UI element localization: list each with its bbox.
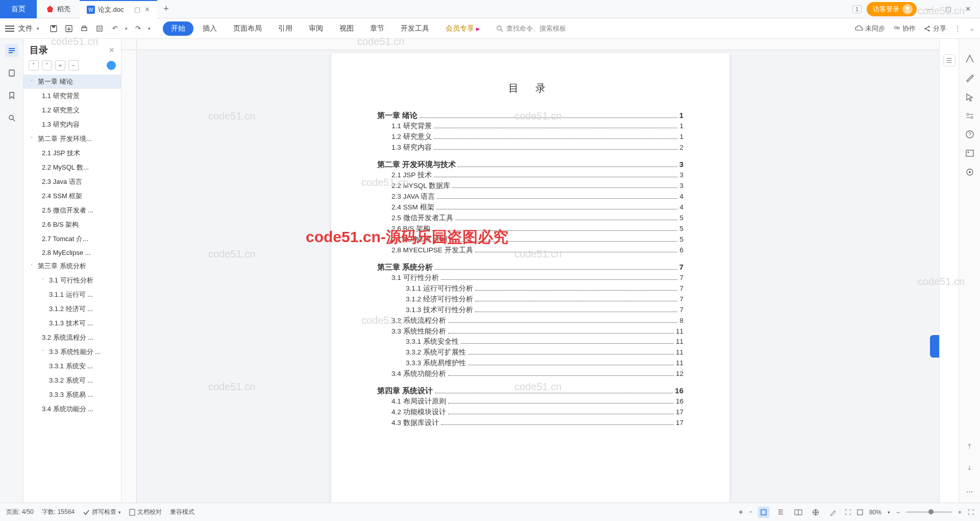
ribbon-tab-references[interactable]: 引用 (271, 21, 300, 36)
more-tools-icon[interactable]: ⋯ (966, 488, 973, 495)
toc-line[interactable]: 3.3 系统性能分析11 (377, 326, 683, 337)
toc-line[interactable]: 3.1.2 经济可行性分析7 (377, 294, 683, 305)
toc-line[interactable]: 3.1.3 技术可行性分析7 (377, 305, 683, 316)
expand-all-icon[interactable]: ˄ (42, 60, 52, 70)
view-read-icon[interactable] (793, 507, 804, 518)
hamburger-icon[interactable] (5, 26, 14, 32)
outline-item[interactable]: 3.1.3 技术可 ... (23, 316, 121, 330)
outline-item[interactable]: ˅3.1 可行性分析 (23, 273, 121, 288)
brightness-icon[interactable]: ☀ (738, 509, 744, 516)
guest-login-badge[interactable]: 访客登录 (867, 2, 917, 16)
share-button[interactable]: 分享 (924, 24, 946, 33)
outline-close-icon[interactable]: ✕ (109, 46, 115, 54)
new-tab-button[interactable]: + (157, 4, 176, 14)
toc-line[interactable]: 第一章 绪论1 (377, 109, 683, 121)
outline-item[interactable]: 2.1 JSP 技术 (23, 146, 121, 160)
toc-line[interactable]: 3.1.1 运行可行性分析7 (377, 283, 683, 294)
remove-item-icon[interactable]: − (68, 60, 79, 70)
toc-line[interactable]: 3.4 系统功能分析12 (377, 369, 683, 380)
scroll-bottom-icon[interactable]: ⤓ (967, 464, 972, 471)
highlight-icon[interactable] (965, 74, 974, 83)
toc-line[interactable]: 3.1 可行性分析7 (377, 273, 683, 283)
outline-item[interactable]: ˅第二章 开发环境... (23, 132, 121, 146)
zoom-menu-icon[interactable] (857, 509, 863, 515)
ribbon-tab-review[interactable]: 审阅 (302, 21, 330, 36)
search-rail-icon[interactable] (5, 111, 18, 125)
side-tab-button[interactable] (930, 335, 939, 358)
toc-line[interactable]: 4.3 数据库设计17 (377, 418, 683, 429)
outline-item[interactable]: 3.3.1 系统安 ... (23, 359, 121, 373)
zoom-fit-icon[interactable]: ⛶ (845, 509, 851, 516)
save-icon[interactable] (48, 23, 59, 34)
outline-item[interactable]: 2.7 Tomcat 介... (23, 232, 121, 246)
toc-line[interactable]: 2.2 MYSQL 数据库3 (377, 181, 683, 192)
ribbon-bookmark-icon[interactable] (5, 89, 18, 102)
toc-line[interactable]: 2.7 TOMCAT 介绍5 (377, 234, 683, 245)
select-icon[interactable] (966, 93, 974, 102)
zoom-out-button[interactable]: − (896, 509, 900, 516)
toc-line[interactable]: 第三章 系统分析7 (377, 261, 683, 273)
undo-icon[interactable]: ↶ (110, 23, 120, 34)
zoom-value[interactable]: 80% (869, 509, 881, 516)
redo-icon[interactable]: ↷ (133, 23, 143, 34)
zoom-slider[interactable] (906, 511, 952, 513)
add-item-icon[interactable]: + (55, 60, 65, 70)
outline-item[interactable]: 2.6 B/S 架构 (23, 218, 121, 232)
collaborate-button[interactable]: 协作 (893, 24, 916, 33)
toc-line[interactable]: 第二章 开发环境与技术3 (377, 158, 683, 170)
toc-line[interactable]: 3.3.3 系统易维护性11 (377, 358, 683, 369)
command-search[interactable]: 查找命令、搜索模板 (496, 24, 566, 33)
tab-document[interactable]: W 论文.doc ▢ ✕ (80, 0, 157, 18)
view-outline-icon[interactable]: ☰ (775, 507, 787, 518)
toc-line[interactable]: 4.2 功能模块设计17 (377, 407, 683, 418)
outline-item[interactable]: 3.1.2 经济可 ... (23, 302, 121, 316)
scroll-top-icon[interactable]: ⤒ (967, 443, 972, 451)
toc-line[interactable]: 3.3.2 系统可扩展性11 (377, 347, 683, 358)
view-edit-icon[interactable] (827, 507, 839, 518)
page-count[interactable]: 页面: 4/50 (6, 508, 34, 516)
outline-item[interactable]: 2.5 微信开发者 ... (23, 203, 121, 218)
help-icon[interactable]: ? (965, 130, 974, 139)
tab-close-icon[interactable]: ✕ (144, 6, 150, 13)
tab-docer[interactable]: 稻壳 (37, 0, 80, 18)
outline-item[interactable]: 2.3 Java 语言 (23, 175, 121, 189)
toc-line[interactable]: 2.5 微信开发者工具5 (377, 213, 683, 224)
bookmark-rail-icon[interactable] (5, 66, 18, 80)
outline-item[interactable]: 2.4 SSM 框架 (23, 189, 121, 203)
outline-item[interactable]: 1.2 研究意义 (23, 103, 121, 117)
outline-item[interactable]: 1.1 研究背景 (23, 89, 121, 103)
maximize-button[interactable]: ▢ (941, 2, 955, 16)
file-menu[interactable]: 文件 (18, 24, 33, 33)
toc-line[interactable]: 3.2 系统流程分析8 (377, 316, 683, 326)
toc-line[interactable]: 1.2 研究意义1 (377, 132, 683, 143)
toc-line[interactable]: 1.3 研究内容2 (377, 143, 683, 153)
outline-item[interactable]: 2.8 MyEclipse ... (23, 246, 121, 259)
close-button[interactable]: ✕ (961, 2, 975, 16)
outline-item[interactable]: 3.4 系统功能分 ... (23, 402, 121, 416)
ribbon-tab-vip[interactable]: 会员专享 ▸ (438, 21, 487, 36)
tab-restore-icon[interactable]: ▢ (134, 6, 140, 13)
window-count-badge[interactable]: 1 (852, 5, 862, 13)
spell-check[interactable]: 拼写检查 ▾ (83, 508, 121, 516)
ribbon-tab-developer[interactable]: 开发工具 (394, 21, 436, 36)
print-preview-icon[interactable] (94, 23, 105, 34)
view-page-icon[interactable] (758, 507, 769, 518)
tab-home[interactable]: 首页 (0, 0, 37, 18)
dim-icon[interactable]: • (750, 509, 752, 516)
ribbon-tab-section[interactable]: 章节 (363, 21, 391, 36)
ribbon-tab-layout[interactable]: 页面布局 (226, 21, 269, 36)
outline-item[interactable]: 3.1.1 运行可 ... (23, 288, 121, 302)
print-icon[interactable] (79, 23, 89, 34)
outline-item[interactable]: 3.2 系统流程分 ... (23, 330, 121, 345)
minimize-button[interactable]: — (922, 2, 936, 16)
word-count[interactable]: 字数: 15584 (42, 508, 75, 516)
outline-badge-icon[interactable] (107, 61, 116, 70)
settings-icon[interactable] (965, 112, 974, 120)
outline-item[interactable]: 1.3 研究内容 (23, 117, 121, 132)
doc-check[interactable]: 文档校对 (129, 508, 162, 516)
ribbon-tab-view[interactable]: 视图 (332, 21, 361, 36)
toc-line[interactable]: 2.1 JSP 技术3 (377, 170, 683, 181)
toc-line[interactable]: 2.4 SSM 框架4 (377, 202, 683, 213)
collapse-panel-icon[interactable]: ☰ (943, 54, 955, 66)
compat-mode[interactable]: 兼容模式 (170, 508, 194, 516)
